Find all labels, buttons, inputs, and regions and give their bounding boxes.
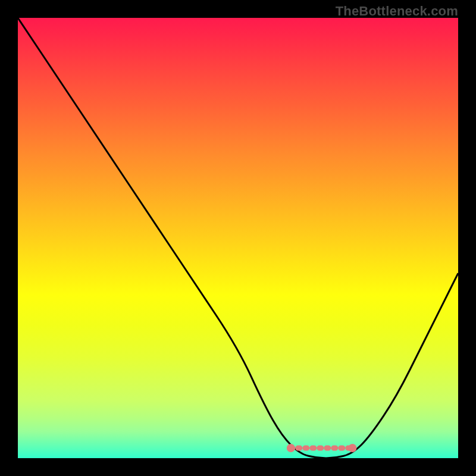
plot-area bbox=[18, 18, 458, 458]
bottleneck-curve bbox=[18, 18, 458, 458]
curve-path bbox=[18, 18, 458, 458]
flat-region-marker bbox=[348, 444, 356, 452]
chart-container: TheBottleneck.com bbox=[0, 0, 476, 476]
flat-region-marker bbox=[287, 444, 295, 452]
attribution-text: TheBottleneck.com bbox=[336, 4, 458, 19]
